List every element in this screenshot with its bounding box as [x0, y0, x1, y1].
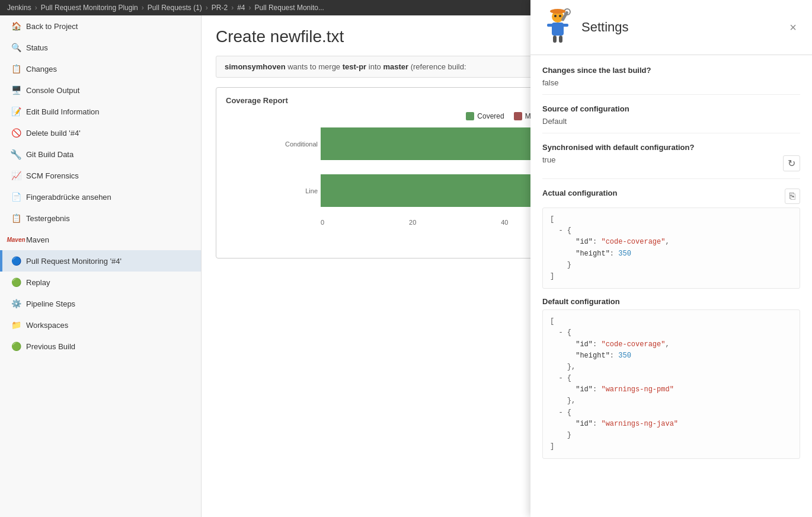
previous-build-icon: 🟢	[11, 341, 21, 352]
changes-icon: 📋	[11, 63, 21, 74]
settings-label-synchronised: Synchronised with default configuration?	[542, 143, 800, 152]
sidebar-label-testergebnis: Testergebnis	[26, 214, 70, 223]
sidebar-label-replay: Replay	[26, 278, 50, 287]
sidebar-item-back-to-project[interactable]: 🏠 Back to Project	[0, 15, 201, 37]
settings-refresh-button[interactable]: ↻	[783, 155, 800, 171]
sidebar-item-git-build-data[interactable]: 🔧 Git Build Data	[0, 143, 201, 165]
fingerprint-icon: 📄	[11, 192, 21, 202]
svg-rect-5	[559, 36, 562, 43]
sidebar-item-changes[interactable]: 📋 Changes	[0, 58, 201, 79]
actual-config-code: [ - { "id": "code-coverage", "height": 3…	[542, 208, 800, 289]
sidebar: 🏠 Back to Project 🔍 Status 📋 Changes 🖥️ …	[0, 15, 202, 517]
pr-author: simonsymhoven	[225, 62, 286, 71]
sidebar-item-testergebnis[interactable]: 📋 Testergebnis	[0, 208, 201, 229]
delete-icon: 🚫	[11, 127, 21, 138]
x-axis-40: 40	[501, 219, 508, 226]
sidebar-label-workspaces: Workspaces	[26, 321, 68, 330]
settings-label-default-config: Default configuration	[542, 297, 800, 306]
sidebar-item-edit-build-information[interactable]: 📝 Edit Build Information	[0, 101, 201, 122]
legend-covered-label: Covered	[477, 112, 504, 120]
breadcrumb-sep-4: ›	[231, 4, 234, 12]
main-layout: 🏠 Back to Project 🔍 Status 📋 Changes 🖥️ …	[0, 15, 812, 517]
git-icon: 🔧	[11, 149, 21, 159]
settings-row-synchronised: true ↻	[542, 155, 800, 171]
sidebar-item-delete-build[interactable]: 🚫 Delete build '#4'	[0, 122, 201, 143]
sidebar-label-back-to-project: Back to Project	[26, 22, 78, 31]
x-axis-0: 0	[321, 219, 324, 226]
sidebar-item-pipeline-steps[interactable]: ⚙️ Pipeline Steps	[0, 293, 201, 314]
settings-body: Changes since the last build? false Sour…	[530, 55, 812, 517]
sidebar-label-pipeline-steps: Pipeline Steps	[26, 299, 75, 308]
sidebar-item-previous-build[interactable]: 🟢 Previous Build	[0, 336, 201, 357]
sidebar-item-status[interactable]: 🔍 Status	[0, 37, 201, 58]
settings-title: Settings	[581, 20, 778, 35]
sidebar-label-console-output: Console Output	[26, 86, 79, 95]
pr-action: wants to merge	[287, 62, 340, 71]
settings-close-button[interactable]: ×	[785, 18, 801, 37]
sidebar-label-status: Status	[26, 43, 48, 52]
sidebar-item-fingerprints[interactable]: 📄 Fingerabdrücke ansehen	[0, 186, 201, 208]
settings-section-default-config: Default configuration [ - { "id": "code-…	[542, 297, 800, 459]
sidebar-label-pull-request-monitoring: Pull Request Monitoring '#4'	[26, 257, 122, 266]
sidebar-label-delete-build: Delete build '#4'	[26, 129, 81, 138]
sidebar-label-git-build-data: Git Build Data	[26, 150, 73, 159]
breadcrumb-sep-3: ›	[206, 4, 208, 12]
breadcrumb-sep-5: ›	[249, 4, 251, 12]
settings-label-changes-since: Changes since the last build?	[542, 66, 800, 75]
sidebar-item-pull-request-monitoring[interactable]: 🔵 Pull Request Monitoring '#4'	[0, 250, 201, 272]
test-icon: 📋	[11, 213, 21, 224]
sidebar-label-fingerprints: Fingerabdrücke ansehen	[26, 193, 111, 202]
settings-value-changes-since: false	[542, 78, 800, 95]
settings-panel: Settings × Changes since the last build?…	[530, 15, 812, 517]
settings-value-source: Default	[542, 117, 800, 133]
sidebar-item-scm-forensics[interactable]: 📈 SCM Forensics	[0, 165, 201, 186]
sidebar-item-replay[interactable]: 🟢 Replay	[0, 272, 201, 293]
legend-covered: Covered	[466, 112, 504, 120]
breadcrumb-monitor[interactable]: Pull Request Monito...	[255, 4, 324, 12]
workspace-icon: 📁	[11, 320, 21, 330]
settings-header: Settings ×	[530, 15, 812, 55]
console-icon: 🖥️	[11, 85, 21, 95]
breadcrumb-prs[interactable]: Pull Requests (1)	[148, 4, 202, 12]
svg-rect-2	[547, 24, 553, 27]
sidebar-label-edit-build-information: Edit Build Information	[26, 107, 100, 116]
home-icon: 🏠	[11, 21, 21, 31]
settings-section-source: Source of configuration Default	[542, 104, 800, 133]
breadcrumb-build4[interactable]: #4	[237, 4, 245, 12]
sidebar-label-changes: Changes	[26, 65, 57, 74]
settings-section-actual-config: Actual configuration ⎘ [ - { "id": "code…	[542, 189, 800, 289]
sidebar-item-workspaces[interactable]: 📁 Workspaces	[0, 314, 201, 336]
breadcrumb-sep-2: ›	[142, 4, 144, 12]
settings-section-synchronised: Synchronised with default configuration?…	[542, 143, 800, 179]
breadcrumb-pr2[interactable]: PR-2	[212, 4, 228, 12]
pipeline-icon: ⚙️	[11, 298, 21, 309]
sidebar-label-previous-build: Previous Build	[26, 342, 75, 351]
breadcrumb-sep-1: ›	[35, 4, 37, 12]
pr-ref: (reference build:	[411, 62, 466, 71]
pr-target: master	[383, 62, 408, 71]
breadcrumb-jenkins[interactable]: Jenkins	[7, 4, 31, 12]
chart-label-line: Line	[273, 187, 318, 194]
breadcrumb-plugin[interactable]: Pull Request Monitoring Plugin	[41, 4, 138, 12]
edit-icon: 📝	[11, 106, 21, 117]
settings-section-changes-since: Changes since the last build? false	[542, 66, 800, 95]
sidebar-item-console-output[interactable]: 🖥️ Console Output	[0, 79, 201, 101]
pr-source: test-pr	[343, 62, 366, 71]
svg-rect-3	[562, 24, 568, 27]
x-axis-20: 20	[409, 219, 416, 226]
sidebar-item-maven[interactable]: Maven Maven	[0, 229, 201, 250]
missed-dot	[514, 112, 522, 120]
svg-rect-4	[553, 36, 557, 43]
forensics-icon: 📈	[11, 170, 21, 181]
maven-icon: Maven	[11, 234, 21, 245]
svg-rect-1	[552, 23, 564, 36]
pr-into: into	[369, 62, 383, 71]
covered-dot	[466, 112, 474, 120]
sidebar-label-maven: Maven	[26, 235, 49, 244]
settings-copy-button[interactable]: ⎘	[785, 189, 800, 204]
replay-icon: 🟢	[11, 277, 21, 288]
default-config-code: [ - { "id": "code-coverage", "height": 3…	[542, 309, 800, 459]
settings-value-synchronised: true	[542, 155, 555, 164]
settings-row-actual: Actual configuration ⎘	[542, 189, 800, 204]
settings-label-source: Source of configuration	[542, 104, 800, 113]
